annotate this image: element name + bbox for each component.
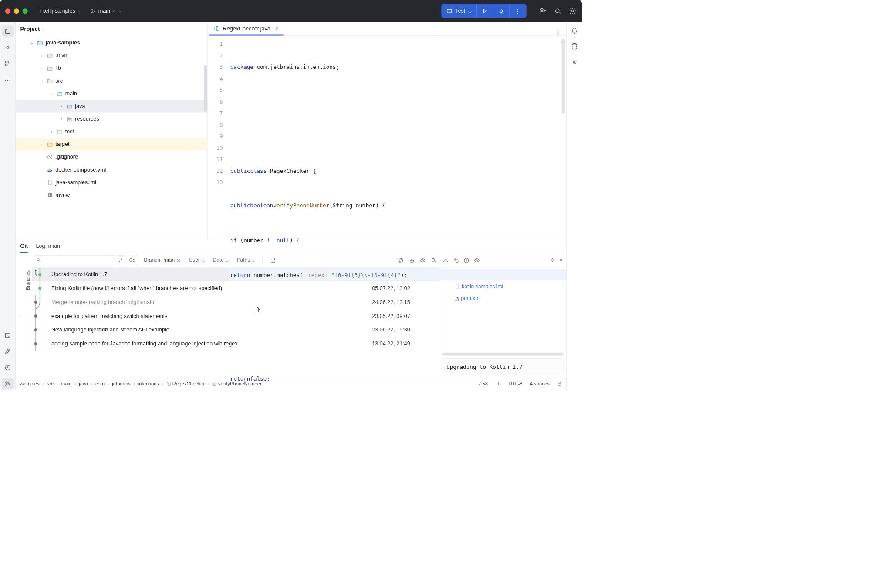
breadcrumb-item[interactable]: java <box>79 381 88 387</box>
problems-tool-button[interactable] <box>2 362 14 374</box>
svg-text:C: C <box>216 27 218 30</box>
commit-graph <box>32 267 48 281</box>
editor-scrollbar[interactable] <box>562 39 565 114</box>
breadcrumb-item[interactable]: C RegexChecker <box>166 381 205 387</box>
breadcrumb-item[interactable]: com <box>95 381 105 387</box>
tree-item[interactable]: ›test <box>16 125 208 138</box>
code-with-me-button[interactable] <box>539 7 547 15</box>
breadcrumbs[interactable]: -samples›src›main›java›com›jetbrains›int… <box>20 381 262 387</box>
more-tools-button[interactable]: ⋯ <box>2 74 14 86</box>
close-tab-button[interactable]: ✕ <box>275 26 279 31</box>
svg-point-14 <box>5 382 7 383</box>
tree-root[interactable]: ⌄ java-samples <box>16 37 208 49</box>
svg-text:C: C <box>168 383 170 385</box>
git-log-tab[interactable]: Log: main <box>36 243 60 253</box>
code-editor[interactable]: 12345678910111213 package com.jetbrains.… <box>208 36 566 240</box>
git-search-input[interactable] <box>34 255 115 265</box>
more-run-options-button[interactable]: ⋮ <box>510 4 526 18</box>
chevron-down-icon[interactable]: ⌵ <box>43 27 45 31</box>
date-filter[interactable]: Date ⌵ <box>210 257 231 264</box>
tree-item-label: main <box>65 90 77 97</box>
run-config-selector[interactable]: Test ⌵ <box>441 4 476 18</box>
svg-rect-17 <box>37 41 39 42</box>
tree-item-icon <box>47 154 53 160</box>
tree-item-label: docker-compose.yml <box>55 166 106 173</box>
editor-tab[interactable]: C RegexChecker.java ✕ <box>209 22 283 35</box>
svg-point-38 <box>34 328 37 331</box>
breadcrumb-item[interactable]: -samples <box>20 381 40 387</box>
vcs-branch-selector[interactable]: main ↙ ⌵ <box>88 6 124 16</box>
regex-toggle[interactable]: .* <box>116 255 125 265</box>
expand-icon[interactable]: › <box>39 53 44 57</box>
debug-button[interactable] <box>493 4 510 18</box>
svg-rect-11 <box>5 64 7 66</box>
branch-filter[interactable]: Branch: main ✕ <box>142 257 183 264</box>
notifications-button[interactable] <box>570 26 579 35</box>
structure-tool-button[interactable] <box>2 58 14 70</box>
git-side-toggle[interactable]: › <box>16 253 24 378</box>
minimize-window-button[interactable] <box>14 8 19 14</box>
svg-text:m: m <box>214 383 216 385</box>
git-tab[interactable]: Git <box>20 243 27 253</box>
expand-icon[interactable]: › <box>39 66 44 70</box>
editor-area: C RegexChecker.java ✕ ⋮ 1234567891011121… <box>208 22 566 240</box>
maven-button[interactable]: m <box>570 57 579 66</box>
svg-point-4 <box>500 10 503 13</box>
build-tool-button[interactable] <box>2 346 14 358</box>
run-button[interactable] <box>477 4 493 18</box>
tree-item-icon <box>47 78 53 84</box>
expand-icon[interactable]: › <box>59 104 64 108</box>
tree-item-label: java <box>75 103 85 110</box>
tree-scrollbar[interactable] <box>204 65 207 112</box>
tree-item[interactable]: ›resources <box>16 112 208 125</box>
match-case-toggle[interactable]: Cc <box>126 255 138 265</box>
breadcrumb-item[interactable]: main <box>61 381 71 387</box>
chevron-down-icon: ⌵ <box>202 257 205 264</box>
tree-item[interactable]: ›lib <box>16 62 208 74</box>
search-everywhere-button[interactable] <box>554 7 562 15</box>
expand-icon[interactable]: › <box>49 129 54 134</box>
project-tree[interactable]: ⌄ java-samples ›.mvn›lib⌄src⌄main›java›r… <box>16 36 208 201</box>
svg-point-34 <box>34 301 37 304</box>
breadcrumb-item[interactable]: jetbrains <box>112 381 131 387</box>
user-filter[interactable]: User ⌵ <box>186 257 207 264</box>
tree-item[interactable]: ›java <box>16 100 208 112</box>
tree-item-label: .gitignore <box>55 154 78 160</box>
settings-button[interactable] <box>569 7 577 15</box>
close-window-button[interactable] <box>5 8 10 14</box>
breadcrumb-item[interactable]: intentions <box>138 381 159 387</box>
tree-item[interactable]: java-samples.iml <box>16 176 208 189</box>
tree-item-icon <box>47 192 53 199</box>
tree-item[interactable]: ⌄src <box>16 74 208 87</box>
expand-icon[interactable]: ⌄ <box>49 91 54 96</box>
tree-item[interactable]: .gitignore <box>16 151 208 163</box>
tree-item[interactable]: ⌄main <box>16 87 208 100</box>
maximize-window-button[interactable] <box>23 8 28 14</box>
tree-item[interactable]: mvnw <box>16 189 208 201</box>
tree-item[interactable]: ›target <box>16 138 208 151</box>
chevron-down-icon: ⌵ <box>226 257 229 264</box>
code-content[interactable]: package com.jetbrains.intentions; public… <box>228 36 567 240</box>
svg-point-2 <box>94 10 95 10</box>
expand-icon[interactable]: › <box>59 117 64 121</box>
git-tool-button[interactable] <box>2 378 14 390</box>
branches-label[interactable]: Branches <box>25 270 30 290</box>
clear-icon[interactable]: ✕ <box>176 257 181 264</box>
tree-item[interactable]: ›.mvn <box>16 49 208 62</box>
svg-point-31 <box>38 287 41 290</box>
svg-point-6 <box>555 9 559 13</box>
commit-tool-button[interactable] <box>2 41 14 53</box>
project-selector[interactable]: intellij-samples ⌵ <box>37 6 83 16</box>
breadcrumb-item[interactable]: src <box>47 381 54 387</box>
expand-icon[interactable]: ⌄ <box>39 79 44 83</box>
terminal-tool-button[interactable] <box>2 330 14 341</box>
svg-rect-12 <box>5 333 10 338</box>
expand-icon[interactable]: › <box>39 142 44 146</box>
svg-point-8 <box>7 46 9 48</box>
project-tool-button[interactable] <box>2 25 14 37</box>
tree-item[interactable]: docker-compose.yml <box>16 163 208 176</box>
tree-item-icon <box>47 166 53 173</box>
tab-more-button[interactable]: ⋮ <box>552 29 564 36</box>
collapse-icon[interactable]: ⌄ <box>30 41 35 45</box>
database-button[interactable] <box>570 41 579 51</box>
